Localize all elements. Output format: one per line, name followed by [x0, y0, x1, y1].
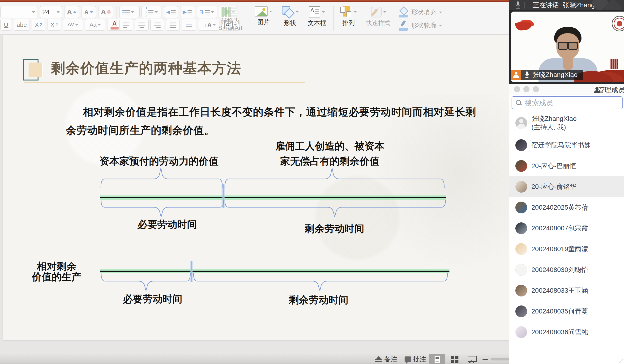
- chevron-down-icon: [383, 11, 386, 13]
- arrange-icon: [340, 6, 352, 18]
- window-minimize-button[interactable]: [523, 86, 529, 92]
- search-input[interactable]: [525, 99, 615, 107]
- resize-grip[interactable]: [616, 356, 623, 363]
- align-left-button[interactable]: [119, 19, 133, 31]
- comments-button[interactable]: 批注: [405, 354, 426, 364]
- chevron-down-icon: [322, 11, 325, 13]
- chevron-down-icon: [155, 11, 158, 13]
- avatar: [515, 202, 527, 213]
- grow-font-button[interactable]: A: [64, 6, 79, 18]
- character-spacing-button[interactable]: AV: [63, 19, 83, 31]
- red-flag-graphic: [515, 19, 535, 31]
- numbered-list-button[interactable]: 123: [141, 6, 162, 18]
- insert-shapes-button[interactable]: 形状: [278, 5, 302, 32]
- avatar: [515, 243, 527, 255]
- panel-titlebar: 管理成员: [509, 84, 624, 95]
- chevron-down-icon: [269, 11, 272, 12]
- decrease-indent-button[interactable]: ◀: [164, 6, 178, 18]
- video-speaker-name: 张晓ZhangXiao: [532, 70, 577, 79]
- subscript-button[interactable]: X2: [47, 19, 61, 31]
- brace2-bottom-left: [101, 273, 190, 291]
- diagram1-label-paid-value: 资本家预付的劳动力的价值: [100, 155, 218, 168]
- align-center-button[interactable]: [135, 19, 149, 31]
- participant-row-selected[interactable]: 20-应心-俞铭华: [509, 176, 624, 197]
- microphone-icon: [524, 72, 529, 78]
- chevron-down-icon: [211, 11, 214, 13]
- diagram2-side-label-l2: 价值的生产: [32, 270, 81, 284]
- participant-row[interactable]: 宿迁学院马院毕书姝: [509, 135, 624, 156]
- smartart-icon: [224, 6, 237, 16]
- participant-row[interactable]: 20-应心-巴丽恒: [509, 156, 624, 176]
- participant-row[interactable]: 2002408033王玉涵: [509, 280, 624, 301]
- picture-icon: [255, 6, 268, 17]
- zoom-slider[interactable]: [491, 358, 509, 361]
- video-name-overlay: 张晓ZhangXiao: [511, 70, 583, 80]
- line-spacing-button[interactable]: ⇅: [197, 6, 217, 18]
- diagram2-label-necessary-time: 必要劳动时间: [123, 292, 182, 306]
- notes-button[interactable]: 备注: [375, 354, 397, 364]
- shape-outline-button[interactable]: 形状轮廓: [398, 20, 442, 31]
- superscript-button[interactable]: X2: [32, 19, 45, 31]
- change-case-button[interactable]: Aa: [85, 19, 105, 31]
- strikethrough-button[interactable]: abe: [14, 19, 30, 31]
- school-seal-logo: [612, 16, 624, 31]
- slide-canvas[interactable]: 剩余价值生产的两种基本方法 相对剩余价值是指在工作日长度不变的条件下，通过缩短必…: [3, 35, 509, 340]
- normal-view-icon: [435, 356, 440, 363]
- zoom-out-button[interactable]: [483, 354, 488, 364]
- insert-picture-button[interactable]: 图片: [252, 5, 275, 32]
- participant-role: (主持人, 我): [531, 123, 566, 131]
- shapes-icon: [281, 6, 294, 18]
- chevron-down-icon: [439, 25, 442, 26]
- brush-icon: [370, 6, 382, 18]
- avatar: [515, 117, 527, 129]
- participant-row[interactable]: 2002408035何青蔓: [509, 301, 624, 322]
- participant-row[interactable]: 2002408036问雪纯: [509, 322, 624, 342]
- avatar: [515, 139, 527, 151]
- search-box[interactable]: [512, 96, 623, 109]
- underline-button[interactable]: U: [0, 19, 12, 31]
- quick-styles-button[interactable]: 快速样式: [363, 5, 393, 32]
- justify-button[interactable]: [166, 19, 180, 31]
- grow-font-icon: [73, 11, 77, 13]
- ribbon: 24 A A A U abe X2 X2 AV Aa A 123 ◀ ▶: [0, 2, 509, 34]
- normal-view-button[interactable]: [429, 354, 445, 364]
- shape-fill-button[interactable]: 形状填充: [398, 7, 442, 18]
- brace2-bottom-right: [193, 273, 447, 291]
- participant-row[interactable]: 2002408030刘聪怡: [509, 259, 624, 280]
- participant-row[interactable]: 2002408019童雨濛: [509, 239, 624, 259]
- clear-formatting-button[interactable]: A: [98, 6, 113, 18]
- arrange-button[interactable]: 排列: [336, 5, 361, 32]
- participant-row[interactable]: 2002402025黄芯蓓: [509, 197, 624, 218]
- search-row: [509, 95, 624, 111]
- slide-sorter-button[interactable]: [451, 354, 458, 364]
- diagram1-label-surplus-time: 剩余劳动时间: [305, 222, 364, 235]
- minus-icon: [483, 359, 488, 360]
- separator: [524, 2, 524, 8]
- brace-bottom-left: [101, 200, 224, 217]
- shrink-font-button[interactable]: A: [81, 6, 96, 18]
- ribbon-separator: [116, 6, 116, 31]
- window-zoom-button[interactable]: [533, 86, 539, 92]
- avatar: [515, 181, 527, 193]
- font-size-combo[interactable]: 24: [40, 6, 62, 18]
- diagram1-label-surplus-l2: 家无偿占有的剩余价值: [280, 155, 379, 168]
- convert-smartart-button[interactable]: 转换为SmartArt: [216, 5, 245, 32]
- shrink-font-icon: [89, 11, 93, 13]
- slideshow-button[interactable]: [468, 354, 476, 364]
- distribute-button[interactable]: [182, 19, 196, 31]
- font-name-combo[interactable]: [0, 6, 38, 18]
- participant-row[interactable]: 张晓ZhangXiao(主持人, 我): [509, 111, 624, 135]
- brace-top-right: [225, 168, 444, 188]
- insert-textbox-button[interactable]: 文本框: [303, 5, 331, 32]
- increase-indent-button[interactable]: ▶: [180, 6, 195, 18]
- video-frame: 张晓ZhangXiao: [511, 12, 624, 82]
- bullet-list-button[interactable]: [119, 6, 140, 18]
- speaker-video[interactable]: 张晓ZhangXiao: [509, 10, 624, 84]
- chevron-down-icon: [212, 24, 216, 26]
- participant-row[interactable]: 2002408007包宗霞: [509, 218, 624, 239]
- panel-divider: [509, 347, 624, 347]
- align-right-button[interactable]: [151, 19, 164, 31]
- person-icon: [513, 72, 519, 78]
- textbox-icon: [309, 6, 320, 18]
- window-close-button[interactable]: [514, 86, 520, 92]
